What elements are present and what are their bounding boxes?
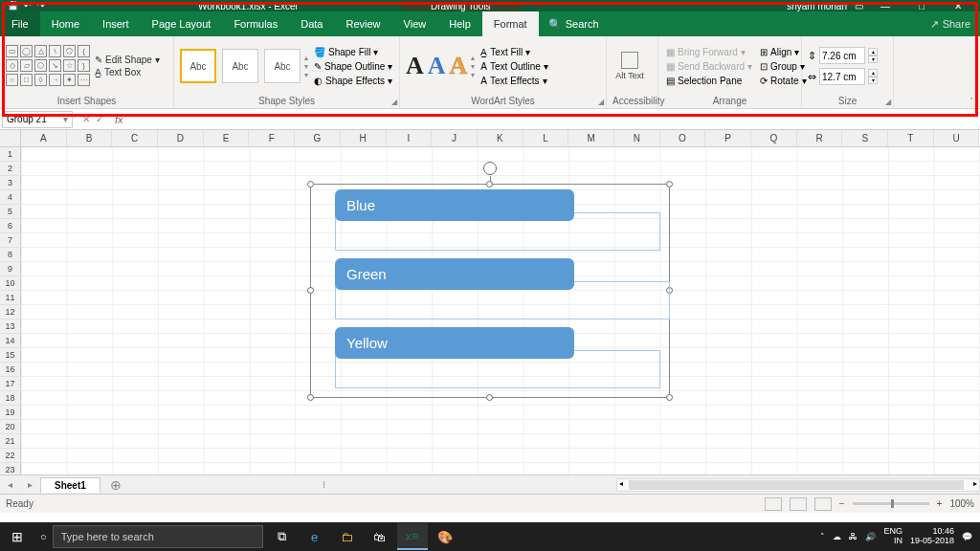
selection-pane-button[interactable]: ▤Selection Pane	[664, 75, 754, 87]
column-header[interactable]: D	[158, 130, 204, 146]
edge-icon[interactable]: e	[300, 523, 330, 550]
shape-fill-button[interactable]: 🪣Shape Fill▾	[312, 46, 394, 58]
formula-input[interactable]	[127, 111, 980, 128]
row-header[interactable]: 14	[0, 334, 21, 348]
text-effects-button[interactable]: AText Effects▾	[479, 75, 549, 87]
row-header[interactable]: 18	[0, 391, 21, 406]
name-box[interactable]: Group 21▾	[2, 111, 73, 128]
handle-s[interactable]	[486, 394, 493, 401]
row-header[interactable]: 7	[0, 233, 21, 248]
rotation-handle[interactable]	[483, 162, 497, 175]
row-header[interactable]: 12	[0, 305, 21, 320]
column-header[interactable]: H	[341, 130, 387, 146]
text-fill-button[interactable]: A̲Text Fill▾	[479, 46, 549, 58]
width-up[interactable]: ▴	[868, 69, 878, 77]
row-header[interactable]: 8	[0, 248, 21, 262]
row-header[interactable]: 1	[0, 147, 21, 162]
handle-n[interactable]	[486, 181, 493, 187]
style-preset-2[interactable]: Abc	[222, 49, 258, 83]
tray-chevron-icon[interactable]: ˄	[820, 532, 825, 541]
group-button[interactable]: ⊡Group▾	[758, 60, 808, 73]
width-value[interactable]	[819, 68, 865, 85]
task-view-icon[interactable]: ⧉	[267, 523, 298, 550]
fx-icon[interactable]: fx	[111, 114, 127, 125]
row-header[interactable]: 22	[0, 449, 21, 463]
row-header[interactable]: 10	[0, 276, 21, 291]
column-header[interactable]: M	[568, 130, 614, 146]
height-down[interactable]: ▾	[868, 55, 878, 63]
onedrive-icon[interactable]: ☁	[833, 532, 841, 541]
paint-icon[interactable]: 🎨	[430, 523, 460, 550]
shape-styles-launcher[interactable]: ◢	[391, 98, 397, 106]
cortana-icon[interactable]: ○	[34, 531, 53, 542]
width-down[interactable]: ▾	[868, 77, 878, 84]
tab-formulas[interactable]: Formulas	[222, 11, 289, 36]
shape-styles-gallery[interactable]: Abc Abc Abc	[180, 49, 301, 83]
shapes-gallery[interactable]: ▭◯△\⬠{ ◇▱⬡↘☆} ○□◊→✦⋯	[6, 45, 91, 87]
height-value[interactable]	[819, 47, 865, 64]
column-header[interactable]: G	[295, 130, 341, 146]
worksheet-grid[interactable]: ABCDEFGHIJKLMNOPQRSTU 123456789101112131…	[0, 130, 980, 474]
align-button[interactable]: ⊞Align▾	[758, 46, 808, 58]
wordart-preset-2[interactable]: A	[428, 52, 446, 80]
column-header[interactable]: S	[842, 130, 888, 146]
edit-shape-button[interactable]: ✎Edit Shape▾	[95, 55, 160, 65]
column-header[interactable]: B	[67, 130, 113, 146]
sheet-nav-prev[interactable]: ◂	[0, 479, 20, 490]
column-header[interactable]: O	[660, 130, 706, 146]
shape-height-input[interactable]: ⇕ ▴▾	[808, 47, 878, 64]
ribbon-options-icon[interactable]: ▭	[855, 1, 863, 11]
rotate-button[interactable]: ⟳Rotate▾	[758, 75, 808, 87]
collapse-ribbon-icon[interactable]: ˄	[969, 97, 974, 106]
network-icon[interactable]: 🖧	[849, 532, 858, 541]
column-header[interactable]: P	[705, 130, 751, 146]
zoom-in-button[interactable]: +	[937, 498, 943, 509]
enter-formula-icon[interactable]: ✓	[96, 114, 103, 124]
tab-review[interactable]: Review	[334, 11, 391, 36]
alt-text-button[interactable]: Alt Text	[612, 42, 647, 90]
sheet-nav-next[interactable]: ▸	[20, 479, 40, 490]
taskbar-search[interactable]: Type here to search	[53, 525, 263, 548]
notifications-icon[interactable]: 💬	[962, 532, 972, 541]
column-header[interactable]: A	[21, 130, 67, 146]
column-header[interactable]: F	[249, 130, 295, 146]
row-header[interactable]: 13	[0, 320, 21, 334]
zoom-slider[interactable]	[853, 502, 929, 505]
column-header[interactable]: L	[523, 130, 569, 146]
column-header[interactable]: I	[387, 130, 433, 146]
save-icon[interactable]: 💾	[8, 1, 18, 11]
row-header[interactable]: 5	[0, 205, 21, 219]
column-header[interactable]: N	[614, 130, 660, 146]
style-preset-3[interactable]: Abc	[264, 49, 301, 83]
shape-width-input[interactable]: ⇔ ▴▾	[808, 68, 878, 85]
language-indicator[interactable]: ENG IN	[883, 527, 902, 546]
row-header[interactable]: 11	[0, 291, 21, 305]
view-break-icon[interactable]	[814, 497, 832, 511]
sheet-tab-1[interactable]: Sheet1	[40, 477, 100, 493]
column-header[interactable]: C	[112, 130, 158, 146]
height-up[interactable]: ▴	[868, 48, 878, 55]
column-header[interactable]: K	[478, 130, 523, 146]
tell-me-search[interactable]: 🔍 Search	[539, 18, 599, 31]
handle-se[interactable]	[666, 394, 673, 401]
tab-page-layout[interactable]: Page Layout	[141, 11, 223, 36]
add-sheet-button[interactable]: ⊕	[100, 477, 131, 493]
text-box-button[interactable]: A̲Text Box	[95, 67, 160, 77]
tab-insert[interactable]: Insert	[91, 11, 141, 36]
shape-yellow[interactable]: Yellow	[335, 327, 574, 359]
close-button[interactable]: ✕	[944, 1, 972, 11]
maximize-button[interactable]: □	[907, 1, 936, 11]
store-icon[interactable]: 🛍	[365, 523, 395, 550]
share-button[interactable]: ↗ Share	[930, 18, 980, 31]
column-header[interactable]: U	[934, 130, 980, 146]
column-header[interactable]: Q	[751, 130, 797, 146]
shape-outline-button[interactable]: ✎Shape Outline▾	[312, 60, 394, 73]
column-header[interactable]: T	[888, 130, 934, 146]
tab-home[interactable]: Home	[40, 11, 91, 36]
row-header[interactable]: 16	[0, 363, 21, 377]
tab-view[interactable]: View	[392, 11, 438, 36]
handle-nw[interactable]	[307, 181, 314, 187]
redo-icon[interactable]: ↷	[37, 1, 45, 11]
row-header[interactable]: 3	[0, 176, 21, 190]
style-preset-1[interactable]: Abc	[180, 49, 216, 83]
